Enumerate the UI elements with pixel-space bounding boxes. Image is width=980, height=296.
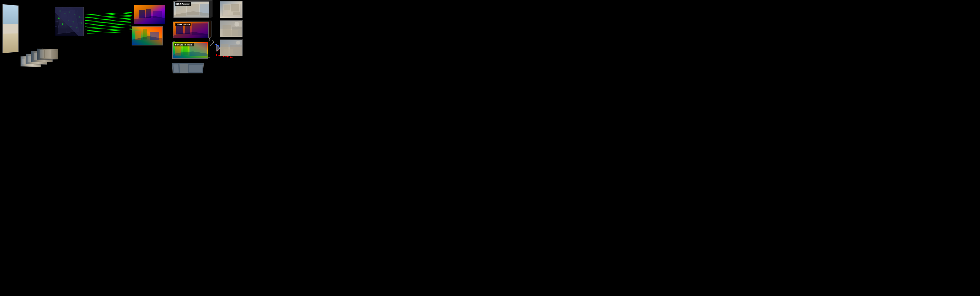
frames-stack: RGB Frames [172, 1, 210, 68]
room-image [2, 4, 19, 53]
svg-point-68 [70, 26, 72, 27]
svg-line-76 [85, 24, 132, 26]
svg-line-55 [62, 7, 67, 36]
svg-point-125 [224, 11, 228, 15]
svg-rect-49 [40, 50, 44, 58]
svg-line-74 [85, 18, 132, 21]
svg-rect-50 [45, 50, 51, 58]
svg-rect-123 [224, 5, 230, 10]
panoramic-fan [19, 45, 48, 67]
svg-line-57 [77, 7, 81, 36]
svg-rect-34 [11, 37, 17, 40]
colormap-depth-image [134, 5, 165, 24]
svg-rect-28 [4, 7, 7, 17]
surface-normals-label: Surface Normals [174, 43, 194, 46]
frame-depth: Dense Depths [173, 22, 209, 38]
svg-line-2 [87, 19, 131, 22]
svg-rect-33 [4, 36, 11, 41]
svg-line-75 [85, 21, 132, 24]
svg-rect-41 [28, 56, 31, 62]
rgb-frames-label: RGB Frames [175, 2, 191, 6]
svg-point-69 [76, 27, 78, 29]
svg-rect-139 [224, 49, 233, 55]
svg-line-5 [87, 29, 131, 31]
svg-rect-27 [3, 5, 18, 13]
svg-line-1 [87, 16, 131, 19]
svg-rect-132 [225, 30, 238, 36]
colormap-stack [132, 5, 165, 53]
thumbnail-2 [220, 20, 243, 37]
svg-point-67 [62, 24, 63, 25]
svg-point-66 [73, 21, 74, 22]
svg-marker-108 [216, 44, 220, 51]
svg-line-78 [85, 30, 132, 32]
green-connection-svg [85, 7, 133, 36]
svg-rect-35 [3, 19, 18, 35]
svg-rect-105 [173, 64, 179, 73]
svg-line-72 [85, 13, 132, 15]
svg-line-4 [87, 25, 131, 28]
svg-rect-52 [55, 7, 84, 36]
diagram-scene: RGB Frames [0, 0, 245, 74]
right-thumbnails [220, 1, 244, 71]
svg-point-65 [68, 20, 69, 21]
colormap-normals-image [132, 26, 163, 45]
svg-line-0 [87, 13, 131, 16]
svg-line-6 [87, 32, 131, 33]
bottom-pano-frame [172, 63, 204, 73]
frame-rgb: RGB Frames [173, 1, 209, 18]
svg-line-3 [87, 22, 131, 25]
dense-depths-label: Dense Depths [175, 23, 191, 26]
svg-rect-80 [139, 10, 145, 18]
svg-point-61 [64, 13, 65, 14]
svg-line-54 [55, 22, 84, 27]
svg-point-133 [234, 22, 239, 27]
svg-line-73 [85, 15, 132, 18]
svg-rect-59 [59, 11, 68, 23]
svg-rect-126 [233, 12, 240, 15]
svg-rect-106 [180, 64, 188, 73]
svg-line-53 [55, 17, 84, 22]
svg-marker-58 [58, 10, 79, 34]
pano-strip-4 [37, 49, 58, 60]
svg-rect-124 [231, 4, 239, 11]
svg-rect-26 [3, 5, 18, 20]
feature-image [55, 7, 84, 36]
svg-rect-37 [22, 59, 25, 64]
svg-point-63 [74, 14, 75, 15]
thumbnail-1 [220, 1, 243, 18]
svg-point-62 [69, 11, 70, 13]
svg-rect-107 [189, 65, 203, 72]
svg-rect-51 [52, 51, 57, 58]
feature-matching-panel [55, 7, 86, 38]
svg-point-140 [236, 41, 240, 45]
svg-rect-30 [12, 8, 14, 17]
svg-rect-29 [8, 8, 11, 17]
svg-point-64 [58, 18, 60, 19]
svg-point-70 [78, 16, 80, 18]
svg-line-77 [85, 27, 132, 29]
svg-point-71 [81, 22, 82, 24]
svg-line-56 [70, 7, 75, 36]
thumbnail-3 [220, 40, 243, 56]
svg-point-60 [59, 10, 61, 12]
svg-rect-31 [15, 8, 18, 18]
left-room-panel [2, 4, 19, 53]
frame-normals: Surface Normals [172, 42, 208, 59]
svg-rect-32 [3, 33, 18, 53]
